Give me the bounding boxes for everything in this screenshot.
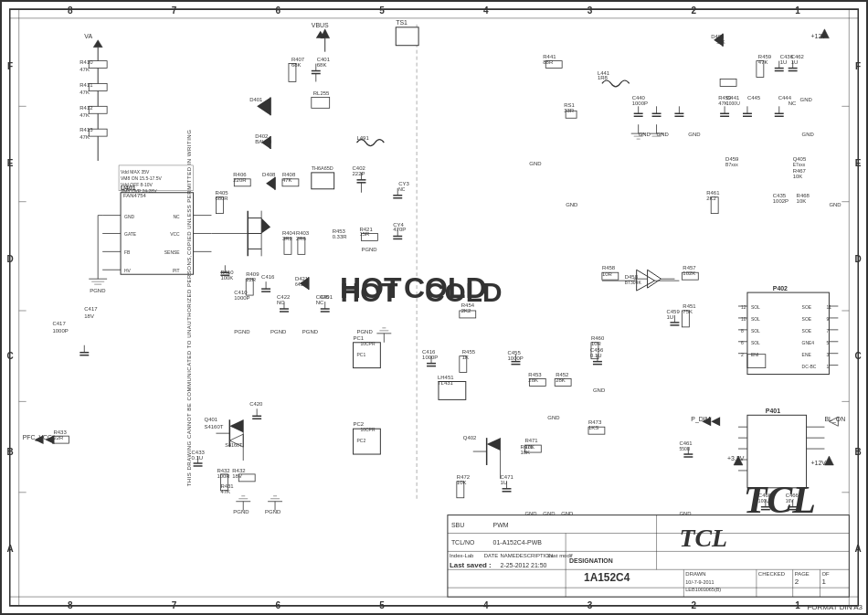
svg-text:9: 9 [826,317,829,322]
svg-text:C417: C417 [52,321,66,326]
svg-text:B7xxx: B7xxx [725,163,738,167]
svg-text:SOL: SOL [751,329,760,334]
svg-text:NAME: NAME [501,553,516,558]
schematic-container: 8 7 6 5 4 3 2 1 8 7 6 5 4 3 2 1 F E D C … [0,0,868,615]
svg-text:SOE: SOE [802,329,812,334]
svg-text:DATE: DATE [484,553,498,558]
svg-text:Last saved :: Last saved : [450,561,492,569]
svg-text:01-A152C4-PWB: 01-A152C4-PWB [493,539,543,546]
svg-text:2R6: 2R6 [296,236,307,241]
grid-letter-left-d: D [6,211,13,308]
svg-text:47K: 47K [79,134,90,140]
svg-text:DC-BC: DC-BC [802,365,817,369]
svg-text:D459: D459 [725,156,739,162]
grid-letter-right-b: B [854,404,861,501]
svg-rect-72 [312,173,334,189]
svg-text:Last modif: Last modif [547,553,573,558]
svg-text:68K: 68K [291,62,302,68]
svg-text:R413: R413 [79,127,93,133]
svg-text:P402: P402 [773,285,788,292]
svg-text:2: 2 [795,578,799,586]
svg-text:S4160T: S4160T [205,424,224,429]
svg-text:75K: 75K [683,309,693,314]
svg-text:PC1: PC1 [354,335,365,341]
svg-text:D421: D421 [295,276,309,281]
svg-text:GATE: GATE [124,232,137,237]
svg-text:0.1U: 0.1U [590,353,602,358]
grid-letters-left: F E D C B A [2,2,18,613]
svg-text:R411: R411 [79,82,93,88]
svg-text:S4160T: S4160T [225,442,243,448]
svg-text:3: 3 [826,353,829,357]
svg-text:TCL: TCL [679,524,727,552]
svg-text:1000U: 1000U [726,101,740,106]
grid-letter-left-c: C [6,308,13,405]
grid-num-top-5: 4 [434,5,538,16]
svg-text:47K: 47K [79,112,90,118]
svg-text:GND: GND [124,215,134,219]
svg-text:PGND: PGND [90,288,106,293]
svg-text:33R: 33R [564,108,575,113]
svg-text:10CPR: 10CPR [360,342,375,346]
svg-text:15R: 15R [359,231,370,237]
svg-text:ENE: ENE [802,353,812,357]
svg-text:680R: 680R [215,196,228,201]
svg-text:R410: R410 [79,59,93,65]
svg-text:GND: GND [547,415,560,420]
svg-text:18V: 18V [84,313,94,319]
svg-text:TCL/NO: TCL/NO [451,539,475,546]
svg-text:C461: C461 [679,440,693,446]
svg-rect-64 [312,97,330,108]
svg-text:PC1: PC1 [357,353,366,357]
svg-text:1U: 1U [666,314,673,320]
svg-text:2K2: 2K2 [706,196,716,201]
svg-text:PC2: PC2 [357,439,366,443]
svg-text:PGND: PGND [270,329,287,334]
svg-text:28K: 28K [528,377,538,383]
grid-num-top-4: 5 [330,5,434,16]
svg-text:SBU: SBU [451,522,464,528]
grid-letter-right-e: E [855,115,862,212]
svg-text:TS1: TS1 [396,19,408,26]
svg-text:C401: C401 [320,294,333,300]
grid-numbers-top: 8 7 6 5 4 3 2 1 [2,2,866,18]
svg-marker-155 [648,270,662,288]
svg-text:C445: C445 [747,95,761,101]
svg-text:E7xxx: E7xxx [793,163,806,167]
svg-text:DESIGNATION: DESIGNATION [569,557,613,564]
svg-text:7: 7 [826,329,829,334]
svg-text:2-25-2012  21:50: 2-25-2012 21:50 [501,562,547,568]
svg-text:0.33R: 0.33R [333,234,348,239]
svg-text:1000P: 1000P [52,328,68,334]
svg-text:28K: 28K [556,377,566,383]
svg-text:NC: NC [316,300,324,305]
svg-text:GND: GND [524,511,537,516]
svg-marker-16 [93,40,102,48]
svg-text:Q405: Q405 [793,156,807,162]
svg-text:8: 8 [741,329,744,334]
svg-text:PGND: PGND [234,329,250,334]
grid-letter-left-b: B [6,404,13,501]
svg-text:3R2: 3R2 [282,236,293,241]
svg-text:222P: 222P [353,171,365,176]
grid-letter-right-c: C [854,308,861,405]
svg-text:220R: 220R [233,177,247,183]
svg-text:C417: C417 [84,306,98,312]
svg-text:6: 6 [741,341,744,345]
svg-text:SOL: SOL [751,341,760,345]
svg-text:11: 11 [826,305,831,310]
svg-text:S7K: S7K [716,40,725,45]
grid-num-bot-2: 7 [122,600,227,610]
svg-text:GND: GND [800,97,813,102]
svg-text:R471: R471 [524,438,538,443]
format-label: FORMAT DIN A3 [807,603,863,611]
svg-text:1: 1 [826,365,829,369]
svg-text:BAV70: BAV70 [255,139,272,144]
grid-letter-right-d: D [854,211,861,308]
svg-text:PGND: PGND [302,329,319,334]
svg-text:TL431: TL431 [438,380,454,386]
grid-num-top-1: 8 [18,5,122,16]
svg-text:GND: GND [679,511,692,516]
svg-text:HV: HV [124,269,132,273]
svg-text:C441: C441 [726,95,740,101]
